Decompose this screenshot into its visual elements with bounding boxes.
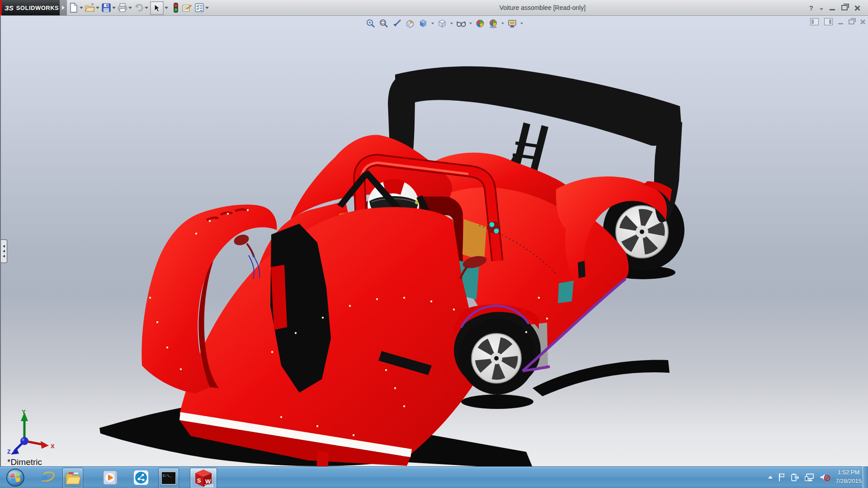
headsup-view-toolbar: [365, 17, 524, 30]
zoom-to-fit-button[interactable]: [365, 18, 376, 29]
solidworks-logo: ЗS SOLIDWORKS: [0, 0, 60, 15]
left-pane-toggle-icon[interactable]: [810, 18, 819, 25]
save-caret[interactable]: [112, 7, 116, 9]
cyan-light-2: [494, 229, 499, 234]
ds-logo-icon: ЗS: [5, 4, 14, 12]
section-view-button[interactable]: [405, 18, 415, 29]
logo-text: SOLIDWORKS: [16, 5, 59, 11]
view-settings-button[interactable]: [507, 18, 518, 29]
view-orientation-caret[interactable]: [431, 23, 434, 24]
doc-minimize-icon[interactable]: [838, 23, 843, 24]
help-caret[interactable]: [820, 8, 823, 10]
media-player-button[interactable]: [100, 468, 120, 488]
share-app-button[interactable]: [131, 468, 151, 488]
svg-text:Y: Y: [22, 408, 26, 415]
tray-date: 7/28/2015: [835, 477, 862, 486]
collapse-arrow-icon: [3, 255, 5, 258]
windows-explorer-button[interactable]: [62, 468, 83, 488]
title-bar: ЗS SOLIDWORKS Voiture assomblee [Read-on…: [0, 0, 868, 16]
previous-view-button[interactable]: [392, 18, 402, 29]
svg-text:S: S: [197, 477, 201, 484]
side-vent-slot: [578, 261, 585, 278]
doc-restore-icon[interactable]: [849, 19, 854, 24]
menu-flyout-tab[interactable]: [60, 0, 67, 15]
car-model[interactable]: [1, 15, 868, 488]
zoom-to-area-button[interactable]: [378, 18, 389, 29]
show-desktop-button[interactable]: [863, 466, 868, 488]
print-button[interactable]: [118, 2, 127, 13]
doc-close-icon[interactable]: [860, 19, 865, 24]
options-caret[interactable]: [205, 7, 209, 9]
sw-badge: 2015: [204, 483, 213, 488]
select-tool-caret[interactable]: [165, 7, 168, 9]
clock[interactable]: 1:52 PM 7/28/2015: [835, 469, 862, 486]
taskbar: e C:\_ S W 2015: [0, 466, 868, 488]
tray-time: 1:52 PM: [835, 469, 862, 477]
view-settings-caret[interactable]: [520, 23, 523, 24]
edit-component-button[interactable]: [182, 2, 192, 13]
undo-button[interactable]: [134, 2, 144, 13]
logo-accent: [0, 0, 2, 15]
system-tray: 1:52 PM 7/28/2015: [768, 466, 862, 488]
view-orientation-button[interactable]: [418, 18, 429, 29]
window-title: Voiture assomblee [Read-only]: [452, 0, 633, 15]
show-hidden-icons[interactable]: [768, 476, 773, 479]
new-document-caret[interactable]: [80, 7, 83, 9]
hide-show-items-caret[interactable]: [469, 23, 472, 24]
print-caret[interactable]: [128, 7, 132, 9]
action-center-flag-icon[interactable]: [778, 473, 786, 482]
svg-text:Z: Z: [7, 449, 10, 455]
cyan-light-1: [490, 222, 495, 227]
rebuild-button[interactable]: [171, 2, 181, 13]
display-style-button[interactable]: [437, 18, 448, 29]
svg-text:X: X: [51, 443, 55, 450]
open-button[interactable]: [85, 2, 95, 13]
command-prompt-button[interactable]: C:\_: [158, 468, 179, 488]
power-plug-icon[interactable]: [791, 473, 800, 482]
new-document-button[interactable]: [69, 2, 79, 13]
volume-muted-icon[interactable]: [820, 473, 830, 482]
display-style-caret[interactable]: [450, 23, 453, 24]
feature-tree-collapse-tab[interactable]: [1, 239, 7, 263]
solidworks-button[interactable]: S W 2015: [190, 468, 217, 488]
start-button[interactable]: [5, 468, 26, 488]
options-button[interactable]: [194, 2, 204, 13]
save-button[interactable]: [101, 2, 111, 13]
open-caret[interactable]: [96, 7, 99, 9]
apply-scene-caret[interactable]: [501, 23, 504, 24]
collapse-arrow-icon: [3, 245, 5, 248]
close-icon[interactable]: [854, 5, 860, 11]
graphics-viewport[interactable]: Y X Z *Dimetric: [0, 15, 868, 466]
svg-text:e: e: [41, 469, 47, 486]
internet-explorer-button[interactable]: e: [37, 468, 57, 488]
select-tool-button[interactable]: [150, 1, 164, 15]
view-orientation-label: *Dimetric: [7, 457, 42, 467]
restore-icon[interactable]: [841, 5, 848, 10]
window-controls: ?: [809, 0, 860, 15]
hide-show-items-button[interactable]: [456, 18, 467, 29]
apply-scene-button[interactable]: [488, 18, 499, 29]
network-icon[interactable]: [805, 473, 815, 482]
undo-caret[interactable]: [145, 7, 148, 9]
document-window-controls: [810, 18, 865, 25]
right-pane-toggle-icon[interactable]: [824, 18, 833, 25]
collapse-arrow-icon: [3, 250, 5, 253]
help-icon[interactable]: ?: [809, 4, 813, 12]
minimize-icon[interactable]: [830, 9, 835, 10]
orientation-triad: Y X Z: [5, 408, 59, 456]
cmd-label: C:\_: [163, 474, 171, 478]
edit-appearance-button[interactable]: [475, 18, 486, 29]
sidepod-teal-opening: [558, 281, 574, 303]
